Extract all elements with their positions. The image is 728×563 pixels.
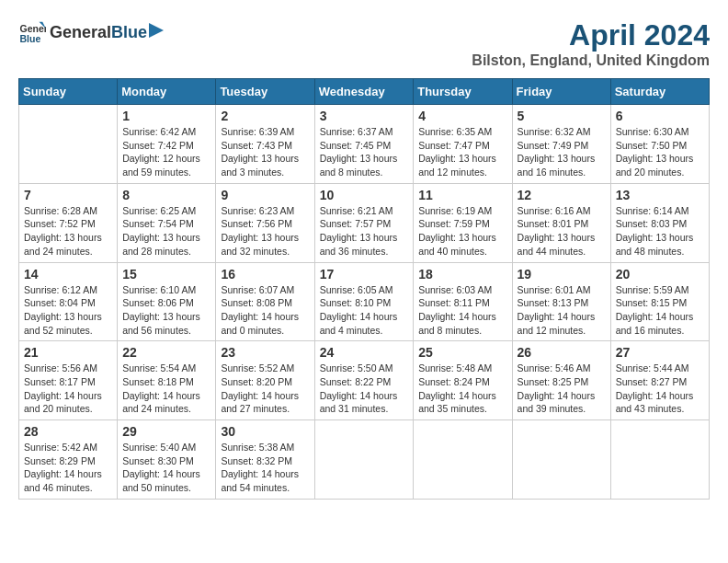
day-info: Sunrise: 6:37 AMSunset: 7:45 PMDaylight:… (320, 125, 409, 179)
week-row-1: 1Sunrise: 6:42 AMSunset: 7:42 PMDaylight… (19, 105, 710, 184)
calendar-cell: 27Sunrise: 5:44 AMSunset: 8:27 PMDayligh… (610, 341, 709, 420)
day-info: Sunrise: 6:10 AMSunset: 8:06 PMDaylight:… (122, 283, 210, 338)
calendar-cell: 14Sunrise: 6:12 AMSunset: 8:04 PMDayligh… (19, 262, 118, 341)
day-number: 10 (320, 188, 409, 202)
calendar-cell: 3Sunrise: 6:37 AMSunset: 7:45 PMDaylight… (314, 105, 414, 184)
day-info: Sunrise: 5:46 AMSunset: 8:25 PMDaylight:… (518, 362, 606, 416)
page-header: General Blue General Blue April 2024 Bil… (18, 18, 710, 69)
calendar-cell: 19Sunrise: 6:01 AMSunset: 8:13 PMDayligh… (512, 262, 610, 341)
calendar-cell: 7Sunrise: 6:28 AMSunset: 7:52 PMDaylight… (19, 183, 118, 262)
calendar-cell (19, 105, 118, 184)
calendar-cell: 26Sunrise: 5:46 AMSunset: 8:25 PMDayligh… (512, 341, 610, 420)
calendar-cell: 8Sunrise: 6:25 AMSunset: 7:54 PMDaylight… (118, 183, 216, 262)
calendar-cell: 6Sunrise: 6:30 AMSunset: 7:50 PMDaylight… (610, 105, 709, 184)
calendar-cell: 5Sunrise: 6:32 AMSunset: 7:49 PMDaylight… (512, 105, 610, 184)
logo-icon: General Blue (18, 18, 46, 46)
day-number: 24 (320, 345, 409, 360)
day-number: 18 (418, 267, 506, 282)
calendar-cell (414, 420, 512, 500)
calendar-cell: 18Sunrise: 6:03 AMSunset: 8:11 PMDayligh… (414, 262, 512, 341)
calendar-cell: 11Sunrise: 6:19 AMSunset: 7:59 PMDayligh… (414, 183, 512, 262)
week-row-4: 21Sunrise: 5:56 AMSunset: 8:17 PMDayligh… (19, 341, 710, 420)
day-number: 29 (122, 424, 210, 439)
day-info: Sunrise: 6:32 AMSunset: 7:49 PMDaylight:… (518, 125, 606, 179)
day-info: Sunrise: 6:21 AMSunset: 7:57 PMDaylight:… (320, 204, 409, 259)
day-number: 8 (122, 188, 210, 202)
day-number: 3 (320, 109, 409, 123)
day-number: 9 (221, 188, 309, 202)
day-number: 1 (122, 109, 210, 123)
day-info: Sunrise: 6:01 AMSunset: 8:13 PMDaylight:… (518, 283, 606, 338)
day-info: Sunrise: 6:03 AMSunset: 8:11 PMDaylight:… (418, 283, 506, 338)
weekday-header-friday: Friday (512, 79, 610, 105)
day-info: Sunrise: 5:52 AMSunset: 8:20 PMDaylight:… (221, 362, 309, 416)
day-number: 6 (616, 109, 704, 123)
day-info: Sunrise: 5:44 AMSunset: 8:27 PMDaylight:… (616, 362, 704, 416)
day-info: Sunrise: 6:12 AMSunset: 8:04 PMDaylight:… (24, 283, 112, 338)
day-info: Sunrise: 6:35 AMSunset: 7:47 PMDaylight:… (418, 125, 506, 179)
weekday-header-wednesday: Wednesday (314, 79, 414, 105)
calendar-cell: 15Sunrise: 6:10 AMSunset: 8:06 PMDayligh… (118, 262, 216, 341)
day-info: Sunrise: 6:05 AMSunset: 8:10 PMDaylight:… (320, 283, 409, 338)
calendar-cell: 24Sunrise: 5:50 AMSunset: 8:22 PMDayligh… (314, 341, 414, 420)
logo-arrow-icon (149, 23, 164, 38)
title-area: April 2024 Bilston, England, United King… (472, 18, 710, 69)
calendar-cell: 28Sunrise: 5:42 AMSunset: 8:29 PMDayligh… (19, 420, 118, 500)
day-info: Sunrise: 5:54 AMSunset: 8:18 PMDaylight:… (122, 362, 210, 416)
day-number: 23 (221, 345, 309, 360)
logo-general: General (50, 23, 111, 42)
day-number: 15 (122, 267, 210, 282)
calendar-header: SundayMondayTuesdayWednesdayThursdayFrid… (19, 79, 710, 105)
calendar-cell (512, 420, 610, 500)
day-info: Sunrise: 5:50 AMSunset: 8:22 PMDaylight:… (320, 362, 409, 416)
day-number: 19 (518, 267, 606, 282)
day-number: 20 (616, 267, 704, 282)
day-number: 27 (616, 345, 704, 360)
day-number: 5 (518, 109, 606, 123)
day-number: 14 (24, 267, 112, 282)
calendar-cell: 30Sunrise: 5:38 AMSunset: 8:32 PMDayligh… (216, 420, 314, 500)
day-number: 28 (24, 424, 112, 439)
day-info: Sunrise: 6:14 AMSunset: 8:03 PMDaylight:… (616, 204, 704, 259)
day-number: 7 (24, 188, 112, 202)
calendar-cell: 13Sunrise: 6:14 AMSunset: 8:03 PMDayligh… (610, 183, 709, 262)
week-row-2: 7Sunrise: 6:28 AMSunset: 7:52 PMDaylight… (19, 183, 710, 262)
day-info: Sunrise: 6:28 AMSunset: 7:52 PMDaylight:… (24, 204, 112, 259)
day-number: 22 (122, 345, 210, 360)
day-number: 13 (616, 188, 704, 202)
day-info: Sunrise: 6:42 AMSunset: 7:42 PMDaylight:… (122, 125, 210, 179)
day-info: Sunrise: 5:56 AMSunset: 8:17 PMDaylight:… (24, 362, 112, 416)
calendar-cell: 16Sunrise: 6:07 AMSunset: 8:08 PMDayligh… (216, 262, 314, 341)
day-info: Sunrise: 6:07 AMSunset: 8:08 PMDaylight:… (221, 283, 309, 338)
day-info: Sunrise: 5:59 AMSunset: 8:15 PMDaylight:… (616, 283, 704, 338)
day-info: Sunrise: 6:19 AMSunset: 7:59 PMDaylight:… (418, 204, 506, 259)
location-subtitle: Bilston, England, United Kingdom (472, 52, 710, 69)
calendar-cell (610, 420, 709, 500)
day-info: Sunrise: 5:48 AMSunset: 8:24 PMDaylight:… (418, 362, 506, 416)
calendar-cell: 23Sunrise: 5:52 AMSunset: 8:20 PMDayligh… (216, 341, 314, 420)
weekday-header-sunday: Sunday (19, 79, 118, 105)
logo-blue: Blue (111, 23, 147, 42)
day-info: Sunrise: 6:16 AMSunset: 8:01 PMDaylight:… (518, 204, 606, 259)
calendar-cell: 2Sunrise: 6:39 AMSunset: 7:43 PMDaylight… (216, 105, 314, 184)
day-number: 25 (418, 345, 506, 360)
day-number: 11 (418, 188, 506, 202)
logo: General Blue General Blue (18, 18, 164, 46)
calendar-cell: 25Sunrise: 5:48 AMSunset: 8:24 PMDayligh… (414, 341, 512, 420)
weekday-header-saturday: Saturday (610, 79, 709, 105)
weekday-header-monday: Monday (118, 79, 216, 105)
calendar-cell: 17Sunrise: 6:05 AMSunset: 8:10 PMDayligh… (314, 262, 414, 341)
day-number: 21 (24, 345, 112, 360)
day-info: Sunrise: 6:23 AMSunset: 7:56 PMDaylight:… (221, 204, 309, 259)
svg-marker-3 (149, 23, 164, 38)
calendar-cell: 1Sunrise: 6:42 AMSunset: 7:42 PMDaylight… (118, 105, 216, 184)
day-number: 30 (221, 424, 309, 439)
calendar-cell: 10Sunrise: 6:21 AMSunset: 7:57 PMDayligh… (314, 183, 414, 262)
weekday-header-tuesday: Tuesday (216, 79, 314, 105)
day-info: Sunrise: 6:25 AMSunset: 7:54 PMDaylight:… (122, 204, 210, 259)
day-info: Sunrise: 5:38 AMSunset: 8:32 PMDaylight:… (221, 441, 309, 495)
month-year-title: April 2024 (472, 18, 710, 52)
calendar-table: SundayMondayTuesdayWednesdayThursdayFrid… (18, 78, 710, 500)
calendar-cell: 20Sunrise: 5:59 AMSunset: 8:15 PMDayligh… (610, 262, 709, 341)
day-info: Sunrise: 5:42 AMSunset: 8:29 PMDaylight:… (24, 441, 112, 495)
